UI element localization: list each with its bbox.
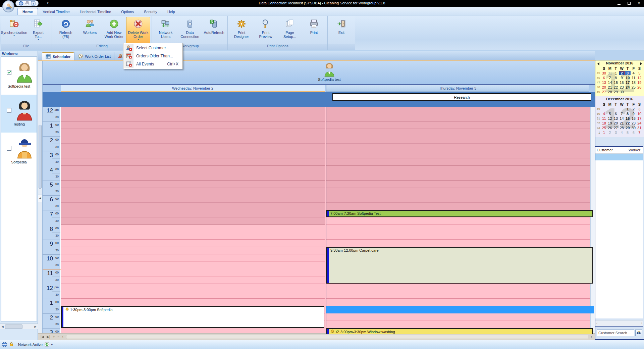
calendar-day[interactable]: 30 [631, 126, 637, 130]
calendar-day[interactable]: 4 [601, 112, 607, 116]
calendar-day[interactable]: 31 [637, 126, 643, 130]
app-logo-icon[interactable] [2, 0, 14, 12]
time-cell[interactable] [61, 203, 325, 210]
worker-column-header[interactable]: Worker [627, 147, 642, 153]
calendar-day[interactable]: 30 [601, 71, 607, 75]
calendar-day[interactable]: 24 [637, 121, 643, 125]
time-cell[interactable] [326, 158, 594, 166]
ribbon-tab-horizontal-timeline[interactable]: Horizontal Timeline [75, 8, 116, 15]
tab-work-order-list[interactable]: Work Order List [74, 52, 114, 60]
time-cell[interactable] [61, 107, 325, 114]
calendar-day[interactable]: 20 [601, 85, 607, 89]
calendar-day[interactable]: 7 [637, 131, 643, 135]
worker-item-testing[interactable]: Testing [1, 95, 37, 133]
page-setup-button[interactable]: Page Setup... [278, 17, 302, 44]
calendar-day[interactable]: 14 [619, 116, 625, 120]
calendar-day[interactable]: 6 [631, 131, 637, 135]
scroll-right-icon[interactable]: › [591, 335, 592, 339]
menu-item-all-events[interactable]: All EventsCtrl+X [124, 60, 182, 68]
calendar-day[interactable]: 25 [601, 126, 607, 130]
worker-item-softpedia-test[interactable]: Softpedia test [1, 57, 37, 95]
calendar-day[interactable]: 20 [613, 121, 619, 125]
workers-horizontal-scrollbar[interactable]: ◀ ▶ [0, 323, 38, 329]
calendar-day[interactable]: 11 [631, 76, 637, 80]
calendar-day[interactable]: 16 [631, 116, 637, 120]
first-page-icon[interactable]: |◀ [41, 335, 44, 339]
zoom-in-icon[interactable]: + [53, 335, 55, 339]
print-preview-button[interactable]: Print Preview [254, 17, 278, 44]
workers-button[interactable]: Workers [78, 17, 102, 44]
scheduler-vertical-scrollbar[interactable]: ∨ [590, 107, 595, 334]
time-cell[interactable] [326, 121, 594, 129]
calendar-day[interactable]: 2 [619, 71, 625, 75]
calendar-day[interactable]: 24 [625, 85, 631, 89]
time-cell[interactable] [61, 144, 325, 151]
time-cell[interactable] [61, 291, 325, 299]
zoom-out-icon[interactable]: − [57, 335, 59, 339]
time-cell[interactable] [326, 291, 594, 299]
time-cell[interactable] [326, 203, 594, 210]
calendar-day[interactable]: 26 [637, 85, 643, 89]
calendar-day[interactable]: 5 [625, 131, 631, 135]
calendar-day[interactable]: 15 [613, 81, 619, 85]
calendar-day[interactable]: 13 [613, 116, 619, 120]
table-row[interactable] [595, 154, 643, 160]
customer-column-header[interactable]: Customer [595, 147, 627, 153]
scroll-left-icon[interactable]: ‹ [62, 335, 63, 339]
time-cell[interactable] [61, 151, 325, 158]
calendar-day[interactable]: 18 [601, 121, 607, 125]
time-cell[interactable] [326, 321, 594, 328]
calendar-day[interactable]: 12 [637, 76, 643, 80]
time-cell[interactable] [326, 144, 594, 151]
calendar-day[interactable]: 2 [607, 131, 613, 135]
time-cell[interactable] [61, 181, 325, 188]
time-cell[interactable] [326, 129, 594, 136]
allday-band[interactable]: Research [43, 92, 595, 107]
event-3-00pm-3-30pm-window-washing[interactable]: 3:00pm-3:30pm Window washing [326, 328, 593, 334]
day-column-thursday[interactable]: 7:00am-7:30am Softpedia Test9:30am-12:00… [326, 107, 594, 334]
menu-item-orders-older-than[interactable]: 10Orders Older Than... [124, 52, 182, 60]
calendar-day[interactable]: 12 [607, 116, 613, 120]
chevron-down-icon[interactable]: ▾ [51, 343, 53, 346]
time-cell[interactable] [61, 247, 325, 254]
calendar-day[interactable]: 8 [613, 76, 619, 80]
time-cell[interactable] [61, 136, 325, 144]
time-cell[interactable] [61, 277, 325, 284]
data-connection-button[interactable]: Data Connection [178, 17, 202, 44]
calendar-day[interactable]: 28 [619, 126, 625, 130]
add-new-work-order-button[interactable]: Add New Work Order [102, 17, 126, 44]
time-cell[interactable] [326, 173, 594, 181]
time-cell[interactable] [61, 210, 325, 217]
time-cell[interactable] [326, 181, 594, 188]
calendar-day[interactable]: 16 [619, 81, 625, 85]
last-page-icon[interactable]: ▶| [47, 335, 50, 339]
calendar-next-icon[interactable] [640, 62, 642, 65]
calendar-day[interactable]: 1 [601, 131, 607, 135]
calendar-day[interactable]: 1 [613, 71, 619, 75]
calendar-day[interactable]: 13 [601, 81, 607, 85]
calendar-day[interactable]: 5 [607, 112, 613, 116]
calendar-day[interactable]: 17 [625, 81, 631, 85]
scrollbar-track[interactable] [66, 335, 588, 339]
ribbon-tab-home[interactable]: Home [17, 8, 38, 15]
time-cell[interactable] [61, 284, 325, 291]
event-selection-bar[interactable] [326, 306, 594, 313]
calendar-day[interactable]: 4 [619, 131, 625, 135]
scroll-right-icon[interactable]: ▶ [33, 325, 38, 328]
calendar-day[interactable]: 21 [619, 121, 625, 125]
worker-checkbox[interactable] [7, 70, 11, 75]
network-active-icon[interactable] [45, 342, 49, 347]
calendar-day[interactable]: 3 [625, 71, 631, 75]
day-header-thursday[interactable]: Thursday, November 3 [326, 85, 589, 92]
calendar-day[interactable]: 25 [631, 85, 637, 89]
calendar-day[interactable]: 31 [607, 71, 613, 75]
time-cell[interactable] [61, 262, 325, 269]
time-cell[interactable] [326, 217, 594, 225]
ribbon-tab-security[interactable]: Security [139, 8, 162, 15]
time-cell[interactable] [61, 217, 325, 225]
calendar-day[interactable]: 10 [637, 112, 643, 116]
calendar-day[interactable]: 8 [625, 112, 631, 116]
worker-item-softpedia[interactable]: Softpedia [1, 133, 37, 170]
calendar-day[interactable]: 22 [625, 121, 631, 125]
day-column-wednesday[interactable]: 1:30pm-3:00pm Softpedia [61, 107, 325, 334]
